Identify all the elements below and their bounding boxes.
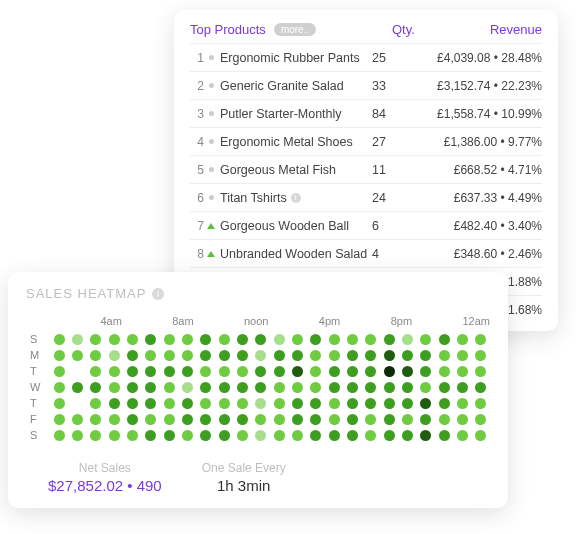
heatmap-cell[interactable] — [54, 366, 65, 377]
heatmap-cell[interactable] — [457, 382, 468, 393]
heatmap-cell[interactable] — [109, 350, 120, 361]
heatmap-cell[interactable] — [237, 430, 248, 441]
heatmap-cell[interactable] — [109, 398, 120, 409]
heatmap-cell[interactable] — [164, 334, 175, 345]
heatmap-cell[interactable] — [329, 430, 340, 441]
heatmap-cell[interactable] — [200, 430, 211, 441]
heatmap-cell[interactable] — [457, 430, 468, 441]
heatmap-cell[interactable] — [439, 430, 450, 441]
heatmap-cell[interactable] — [237, 382, 248, 393]
heatmap-cell[interactable] — [255, 398, 266, 409]
heatmap-cell[interactable] — [365, 350, 376, 361]
heatmap-cell[interactable] — [54, 398, 65, 409]
heatmap-cell[interactable] — [384, 334, 395, 345]
heatmap-cell[interactable] — [365, 414, 376, 425]
heatmap-cell[interactable] — [127, 414, 138, 425]
heatmap-cell[interactable] — [237, 366, 248, 377]
heatmap-cell[interactable] — [237, 398, 248, 409]
heatmap-cell[interactable] — [200, 398, 211, 409]
heatmap-cell[interactable] — [90, 382, 101, 393]
heatmap-cell[interactable] — [54, 350, 65, 361]
heatmap-cell[interactable] — [420, 366, 431, 377]
heatmap-cell[interactable] — [365, 430, 376, 441]
heatmap-cell[interactable] — [90, 430, 101, 441]
heatmap-cell[interactable] — [219, 334, 230, 345]
heatmap-cell[interactable] — [420, 334, 431, 345]
heatmap-cell[interactable] — [90, 350, 101, 361]
heatmap-cell[interactable] — [310, 382, 321, 393]
heatmap-cell[interactable] — [109, 366, 120, 377]
heatmap-cell[interactable] — [145, 350, 156, 361]
heatmap-cell[interactable] — [475, 366, 486, 377]
heatmap-cell[interactable] — [274, 398, 285, 409]
heatmap-cell[interactable] — [255, 350, 266, 361]
heatmap-cell[interactable] — [457, 414, 468, 425]
heatmap-cell[interactable] — [200, 382, 211, 393]
heatmap-cell[interactable] — [274, 366, 285, 377]
heatmap-cell[interactable] — [127, 382, 138, 393]
heatmap-cell[interactable] — [457, 334, 468, 345]
heatmap-cell[interactable] — [402, 334, 413, 345]
heatmap-cell[interactable] — [365, 334, 376, 345]
heatmap-cell[interactable] — [439, 382, 450, 393]
heatmap-cell[interactable] — [145, 366, 156, 377]
heatmap-cell[interactable] — [329, 350, 340, 361]
heatmap-cell[interactable] — [420, 414, 431, 425]
heatmap-cell[interactable] — [164, 430, 175, 441]
table-row[interactable]: 2Generic Granite Salad33£3,152.74 • 22.2… — [190, 71, 542, 99]
heatmap-cell[interactable] — [145, 398, 156, 409]
heatmap-cell[interactable] — [365, 398, 376, 409]
heatmap-cell[interactable] — [237, 350, 248, 361]
heatmap-cell[interactable] — [292, 382, 303, 393]
info-icon[interactable]: i — [152, 288, 164, 300]
heatmap-cell[interactable] — [292, 398, 303, 409]
heatmap-cell[interactable] — [127, 334, 138, 345]
heatmap-cell[interactable] — [255, 366, 266, 377]
heatmap-cell[interactable] — [255, 382, 266, 393]
heatmap-cell[interactable] — [292, 334, 303, 345]
heatmap-cell[interactable] — [439, 366, 450, 377]
heatmap-cell[interactable] — [384, 366, 395, 377]
heatmap-cell[interactable] — [420, 430, 431, 441]
heatmap-cell[interactable] — [127, 350, 138, 361]
heatmap-cell[interactable] — [384, 398, 395, 409]
heatmap-cell[interactable] — [402, 350, 413, 361]
heatmap-cell[interactable] — [384, 350, 395, 361]
heatmap-cell[interactable] — [457, 350, 468, 361]
heatmap-cell[interactable] — [475, 398, 486, 409]
heatmap-cell[interactable] — [200, 366, 211, 377]
table-row[interactable]: 1Ergonomic Rubber Pants25£4,039.08 • 28.… — [190, 43, 542, 71]
heatmap-cell[interactable] — [420, 350, 431, 361]
heatmap-cell[interactable] — [182, 414, 193, 425]
heatmap-cell[interactable] — [402, 414, 413, 425]
heatmap-cell[interactable] — [255, 334, 266, 345]
heatmap-cell[interactable] — [347, 430, 358, 441]
heatmap-cell[interactable] — [54, 382, 65, 393]
heatmap-cell[interactable] — [72, 366, 83, 377]
heatmap-cell[interactable] — [402, 398, 413, 409]
more-button[interactable]: more.. — [274, 23, 316, 36]
heatmap-cell[interactable] — [109, 414, 120, 425]
heatmap-cell[interactable] — [310, 414, 321, 425]
heatmap-cell[interactable] — [292, 430, 303, 441]
heatmap-cell[interactable] — [439, 398, 450, 409]
table-row[interactable]: 6Titan Tshirtsi24£637.33 • 4.49% — [190, 183, 542, 211]
heatmap-cell[interactable] — [329, 414, 340, 425]
heatmap-cell[interactable] — [347, 334, 358, 345]
heatmap-cell[interactable] — [329, 334, 340, 345]
heatmap-cell[interactable] — [329, 366, 340, 377]
heatmap-cell[interactable] — [347, 398, 358, 409]
heatmap-cell[interactable] — [127, 430, 138, 441]
heatmap-cell[interactable] — [347, 382, 358, 393]
heatmap-cell[interactable] — [310, 398, 321, 409]
table-row[interactable]: 3Putler Starter-Monthly84£1,558.74 • 10.… — [190, 99, 542, 127]
heatmap-cell[interactable] — [164, 382, 175, 393]
heatmap-cell[interactable] — [439, 350, 450, 361]
heatmap-cell[interactable] — [402, 366, 413, 377]
heatmap-cell[interactable] — [72, 398, 83, 409]
heatmap-cell[interactable] — [439, 414, 450, 425]
heatmap-cell[interactable] — [182, 334, 193, 345]
heatmap-cell[interactable] — [347, 350, 358, 361]
heatmap-cell[interactable] — [164, 414, 175, 425]
heatmap-cell[interactable] — [274, 430, 285, 441]
